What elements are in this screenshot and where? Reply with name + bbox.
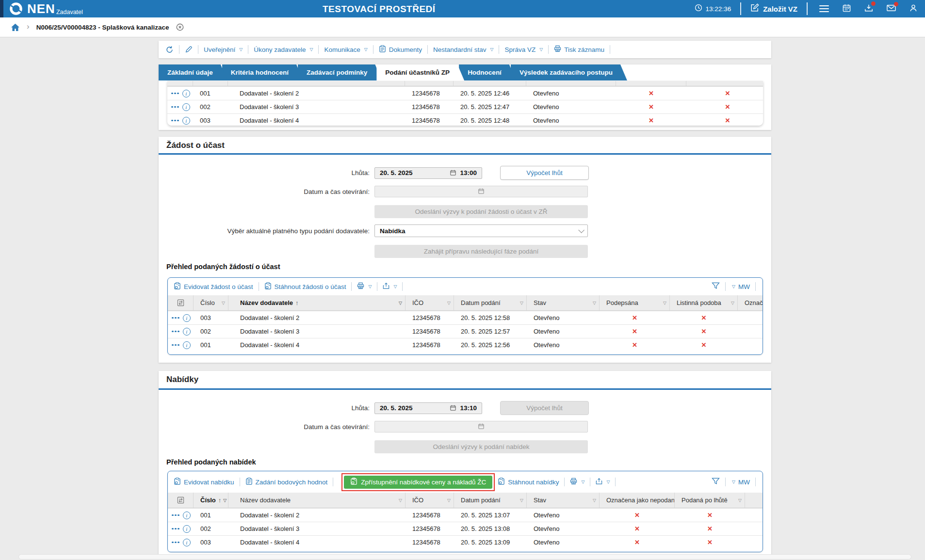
table-row[interactable]: i 002 Dodavatel - školení 3 12345678 20.… (168, 324, 763, 338)
calendar-icon[interactable] (450, 404, 456, 413)
breadcrumb-item[interactable]: N006/25/V00004823 - Splašková kanalizace (36, 24, 169, 31)
calc-deadlines-button[interactable]: Výpočet lhůt (500, 166, 589, 180)
send-offers-invite-button[interactable]: Odeslání výzvy k podání nabídek (374, 440, 588, 453)
table-row[interactable]: i 001 Dodavatel - školení 2 12345678 20.… (168, 508, 763, 522)
table-row[interactable]: i 003 Dodavatel - školení 4 12345678 20.… (168, 535, 763, 549)
close-record-button[interactable] (176, 23, 184, 31)
menu-button[interactable] (819, 5, 829, 13)
column-header-stav[interactable]: Stav▽ (527, 295, 600, 310)
row-menu-icon[interactable] (172, 344, 179, 346)
record-request-button[interactable]: Evidovat žádost o účast (174, 282, 253, 291)
column-header-nazev-dodavatele[interactable]: Název dodavatele▽ (228, 493, 406, 508)
column-header-podepsana[interactable]: Podepsána▽ (600, 295, 670, 310)
filter-dropdown-icon[interactable]: ▽ (518, 301, 523, 305)
filter-dropdown-icon[interactable]: ▽ (591, 498, 596, 503)
table-row[interactable]: i 001 Dodavatel - školení 4 12345678 20.… (168, 338, 763, 352)
column-header-nazev-dodavatele[interactable]: Název dodavatele↑▽ (228, 295, 406, 310)
row-menu-icon[interactable] (172, 528, 179, 530)
filter-dropdown-icon[interactable]: ▽ (397, 301, 402, 305)
filter-dropdown-icon[interactable]: ▽ (220, 301, 225, 305)
calendar-icon[interactable] (450, 169, 456, 177)
filter-dropdown-icon[interactable]: ▽ (397, 498, 402, 503)
column-header-cislo[interactable]: Číslo▽ (194, 295, 228, 310)
export-table-button[interactable]: ▽ (596, 478, 610, 486)
table-row[interactable]: i 003 Dodavatel - školení 4 12345678 20.… (167, 113, 763, 126)
menu-uverejneni[interactable]: Uveřejnění▽ (204, 46, 243, 53)
deadline-field[interactable]: 20. 5. 2025 13:00 (374, 167, 482, 179)
filter-dropdown-icon[interactable]: ▽ (445, 498, 451, 503)
deadline-time-value[interactable]: 13:00 (460, 169, 477, 176)
horizontal-scrollbar[interactable] (18, 554, 911, 560)
tab-hodnoceni[interactable]: Hodnocení (459, 64, 516, 80)
info-icon[interactable]: i (183, 539, 191, 546)
enter-points-button[interactable]: Zadání bodových hodnot (245, 478, 328, 486)
column-header-listinna-podoba[interactable]: Listinná podoba▽ (670, 295, 738, 310)
info-icon[interactable]: i (183, 314, 191, 322)
column-header-podana-po-lhute[interactable]: Podaná po lhůtě▽ (675, 493, 745, 508)
menu-tisk-zaznamu[interactable]: Tisk záznamu (554, 45, 604, 54)
mw-toggle[interactable]: MW (738, 479, 750, 486)
table-row[interactable]: i 003 Dodavatel - školení 2 12345678 20.… (168, 311, 763, 324)
downloads-button[interactable] (864, 4, 873, 14)
deadline-field[interactable]: 20. 5. 2025 13:10 (374, 402, 482, 414)
menu-nestandardni-stav[interactable]: Nestandardní stav▽ (433, 46, 493, 53)
mw-toggle[interactable]: MW (738, 283, 750, 290)
tab-podani-ucastniku-zp[interactable]: Podání účastníků ZP (376, 64, 464, 80)
filter-dropdown-icon[interactable]: ▽ (445, 301, 451, 305)
column-settings-icon[interactable] (168, 295, 194, 310)
row-menu-icon[interactable] (172, 317, 179, 319)
menu-sprava-vz[interactable]: Správa VZ▽ (504, 46, 543, 53)
export-table-button[interactable]: ▽ (383, 282, 397, 291)
download-requests-button[interactable]: Stáhnout žádosti o účast (264, 282, 346, 291)
filter-dropdown-icon[interactable]: ▽ (736, 498, 742, 503)
create-vz-button[interactable]: Založit VZ (750, 3, 797, 14)
deadline-date-value[interactable]: 20. 5. 2025 (380, 404, 446, 412)
row-menu-icon[interactable] (172, 542, 179, 544)
filter-dropdown-icon[interactable]: ▽ (661, 301, 666, 305)
info-icon[interactable]: i (182, 90, 190, 97)
filter-dropdown-icon[interactable]: ▽ (518, 498, 523, 503)
unlock-price-button[interactable]: Zpřístupnění nabídkové ceny a nákladů ŽC (344, 476, 492, 489)
info-icon[interactable]: i (183, 341, 191, 349)
deadline-time-value[interactable]: 13:10 (460, 404, 477, 412)
refresh-icon[interactable] (165, 46, 174, 54)
table-row[interactable]: i 002 Dodavatel - školení 3 12345678 20.… (168, 522, 763, 535)
menu-komunikace[interactable]: Komunikace▽ (324, 46, 367, 53)
menu-dokumenty[interactable]: Dokumenty (379, 45, 422, 54)
print-table-button[interactable]: ▽ (357, 282, 372, 291)
tab-zakladni-udaje[interactable]: Základní údaje (159, 64, 227, 80)
info-icon[interactable]: i (182, 103, 190, 111)
info-icon[interactable]: i (183, 525, 191, 533)
dropdown-icon[interactable]: ▽ (732, 480, 735, 484)
info-icon[interactable]: i (182, 117, 190, 125)
nen-logo[interactable]: NEN Zadavatel (9, 1, 83, 18)
column-header-stav[interactable]: Stav▽ (527, 493, 600, 508)
tab-vysledek-zadavaciho-postupu[interactable]: Výsledek zadávacího postupu (511, 64, 627, 80)
row-menu-icon[interactable] (171, 93, 179, 95)
row-menu-icon[interactable] (172, 514, 179, 516)
info-icon[interactable]: i (183, 328, 191, 336)
record-offer-button[interactable]: Evidovat nabídku (174, 478, 234, 486)
filter-dropdown-icon[interactable]: ▽ (221, 498, 227, 503)
deadline-date-value[interactable]: 20. 5. 2025 (380, 169, 446, 176)
next-phase-button[interactable]: Zahájit přípravu následující fáze podání (374, 245, 588, 258)
filter-dropdown-icon[interactable]: ▽ (591, 301, 596, 305)
menu-ukony-zadavatele[interactable]: Úkony zadavatele▽ (254, 46, 313, 53)
table-row[interactable]: i 001 Dodavatel - školení 2 12345678 20.… (167, 86, 763, 100)
tab-kriteria-hodnoceni[interactable]: Kritéria hodnocení (222, 64, 303, 80)
column-header-oznacena[interactable]: Označena jako nepodaná (738, 295, 763, 310)
print-table-button[interactable]: ▽ (570, 478, 584, 486)
table-row[interactable]: i 002 Dodavatel - školení 3 12345678 20.… (167, 100, 763, 113)
calendar-button[interactable] (843, 4, 851, 14)
row-menu-icon[interactable] (172, 331, 179, 333)
submission-type-select[interactable]: Nabídka (374, 224, 588, 237)
filter-icon[interactable] (712, 478, 720, 487)
download-offers-button[interactable]: Stáhnout nabídky (498, 478, 559, 486)
send-request-invite-button[interactable]: Odeslání výzvy k podání žádosti o účast … (374, 205, 588, 218)
tab-zadavaci-podminky[interactable]: Zadávací podmínky (298, 64, 382, 80)
row-menu-icon[interactable] (171, 120, 179, 122)
edit-pencil-icon[interactable] (185, 46, 193, 53)
column-header-ico[interactable]: IČO▽ (406, 493, 454, 508)
filter-dropdown-icon[interactable]: ▽ (729, 301, 734, 305)
dropdown-icon[interactable]: ▽ (732, 284, 735, 289)
